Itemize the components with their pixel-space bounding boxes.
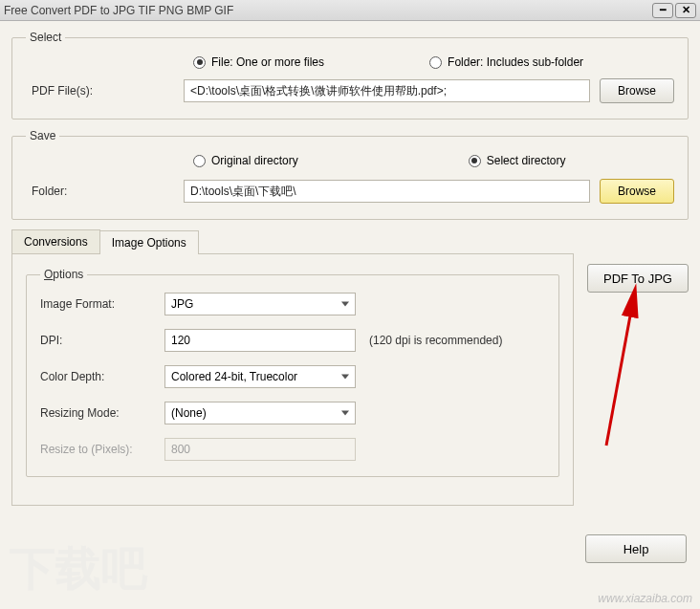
radio-folder-label: Folder: Includes sub-folder bbox=[448, 55, 583, 69]
select-legend: Select bbox=[26, 31, 65, 44]
dpi-hint: (120 dpi is recommended) bbox=[369, 334, 502, 347]
tab-image-options[interactable]: Image Options bbox=[99, 230, 199, 254]
radio-file-icon bbox=[193, 56, 206, 69]
tabs: Conversions Image Options bbox=[11, 229, 574, 253]
convert-button[interactable]: PDF To JPG bbox=[587, 264, 689, 293]
options-group: Options Image Format: JPG DPI: (120 dpi … bbox=[26, 268, 559, 477]
save-legend: Save bbox=[26, 129, 59, 142]
pdf-files-input[interactable] bbox=[184, 79, 590, 102]
radio-orig-group[interactable]: Original directory bbox=[193, 154, 298, 167]
options-legend: Options bbox=[40, 268, 87, 281]
color-depth-label: Color Depth: bbox=[40, 370, 164, 383]
image-format-label: Image Format: bbox=[40, 297, 164, 311]
resize-mode-select[interactable]: (None) bbox=[164, 402, 356, 424]
resize-to-label: Resize to (Pixels): bbox=[40, 443, 164, 456]
radio-orig-label: Original directory bbox=[211, 154, 298, 167]
content-area: Select File: One or more files Folder: I… bbox=[0, 21, 700, 609]
resize-mode-label: Resizing Mode: bbox=[40, 406, 164, 420]
tab-area: Conversions Image Options Options Image … bbox=[11, 229, 574, 506]
select-group: Select File: One or more files Folder: I… bbox=[11, 31, 689, 120]
color-depth-select[interactable]: Colored 24-bit, Truecolor bbox=[164, 365, 356, 388]
radio-select-label: Select directory bbox=[487, 154, 566, 167]
close-button[interactable]: ✕ bbox=[675, 3, 696, 18]
browse-folder-button[interactable]: Browse bbox=[600, 179, 674, 204]
chevron-down-icon bbox=[341, 375, 349, 380]
chevron-down-icon bbox=[341, 411, 349, 416]
window-title: Free Convert PDF to JPG TIF PNG BMP GIF bbox=[4, 4, 650, 17]
save-group: Save Original directory Select directory… bbox=[11, 129, 689, 220]
tab-body: Options Image Format: JPG DPI: (120 dpi … bbox=[11, 253, 574, 506]
image-format-select[interactable]: JPG bbox=[164, 293, 356, 315]
radio-file-group[interactable]: File: One or more files bbox=[193, 55, 324, 69]
titlebar: Free Convert PDF to JPG TIF PNG BMP GIF … bbox=[0, 0, 700, 21]
minimize-button[interactable]: ━ bbox=[652, 3, 673, 18]
dpi-input[interactable] bbox=[164, 329, 356, 352]
radio-folder-icon bbox=[429, 56, 442, 69]
folder-label: Folder: bbox=[26, 185, 184, 198]
browse-files-button[interactable]: Browse bbox=[600, 78, 674, 103]
tab-conversions[interactable]: Conversions bbox=[11, 229, 100, 253]
pdf-files-label: PDF File(s): bbox=[26, 84, 184, 98]
dpi-label: DPI: bbox=[40, 334, 164, 347]
radio-file-label: File: One or more files bbox=[211, 55, 324, 69]
radio-select-icon bbox=[469, 155, 481, 167]
watermark: www.xiazaiba.com bbox=[598, 592, 692, 605]
chevron-down-icon bbox=[341, 302, 349, 307]
radio-folder-group[interactable]: Folder: Includes sub-folder bbox=[429, 55, 583, 69]
background-logo: 下载吧 bbox=[10, 538, 147, 599]
radio-select-group[interactable]: Select directory bbox=[469, 154, 566, 167]
resize-to-input bbox=[164, 438, 356, 461]
right-column: PDF To JPG bbox=[587, 229, 689, 293]
radio-orig-icon bbox=[193, 155, 206, 167]
folder-input[interactable] bbox=[184, 180, 590, 203]
help-button[interactable]: Help bbox=[585, 534, 687, 563]
